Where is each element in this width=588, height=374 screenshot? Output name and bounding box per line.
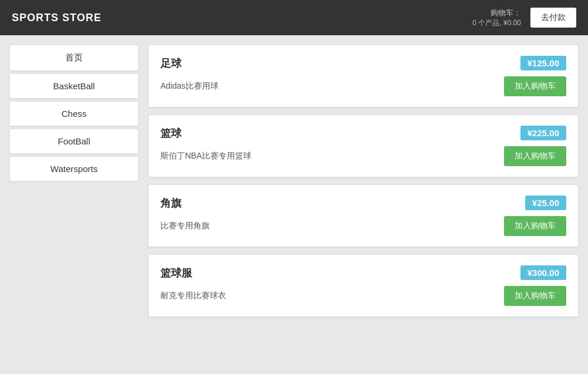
product-desc-row: Adidas比赛用球 加入购物车	[160, 76, 566, 96]
cart-count: 0 个产品, ¥0.00	[472, 18, 521, 28]
product-price: ¥300.00	[520, 265, 566, 280]
header-right: 购物车： 0 个产品, ¥0.00 去付款	[472, 8, 576, 28]
add-to-cart-button[interactable]: 加入购物车	[504, 76, 566, 96]
sidebar-item-watersports[interactable]: Watersports	[9, 156, 139, 181]
product-name: 篮球	[160, 126, 182, 140]
checkout-button[interactable]: 去付款	[530, 8, 576, 28]
product-header-row: 篮球服 ¥300.00	[160, 265, 566, 280]
product-description: 耐克专用比赛球衣	[160, 291, 226, 301]
product-name: 角旗	[160, 196, 182, 210]
product-desc-row: 比赛专用角旗 加入购物车	[160, 216, 566, 236]
product-name: 篮球服	[160, 266, 192, 280]
product-card: 篮球服 ¥300.00 耐克专用比赛球衣 加入购物车	[148, 254, 579, 317]
product-price: ¥225.00	[520, 126, 566, 140]
product-header-row: 足球 ¥125.00	[160, 56, 566, 70]
product-card: 足球 ¥125.00 Adidas比赛用球 加入购物车	[148, 45, 579, 107]
header: SPORTS STORE 购物车： 0 个产品, ¥0.00 去付款	[0, 0, 588, 35]
sidebar: 首页BasketBallChessFootBallWatersports	[9, 45, 139, 365]
app-title: SPORTS STORE	[12, 12, 102, 24]
cart-info: 购物车： 0 个产品, ¥0.00	[472, 8, 521, 28]
product-description: 斯伯丁NBA比赛专用篮球	[160, 151, 251, 161]
product-description: Adidas比赛用球	[160, 81, 219, 92]
main-layout: 首页BasketBallChessFootBallWatersports 足球 …	[0, 35, 588, 374]
product-name: 足球	[160, 56, 182, 70]
product-card: 篮球 ¥225.00 斯伯丁NBA比赛专用篮球 加入购物车	[148, 114, 579, 177]
product-price: ¥25.00	[525, 196, 566, 210]
product-header-row: 角旗 ¥25.00	[160, 196, 566, 210]
sidebar-item-basketball[interactable]: BasketBall	[9, 73, 139, 99]
product-list: 足球 ¥125.00 Adidas比赛用球 加入购物车 篮球 ¥225.00 斯…	[148, 45, 579, 365]
sidebar-item-home[interactable]: 首页	[9, 45, 139, 71]
cart-label: 购物车：	[472, 8, 521, 18]
product-desc-row: 耐克专用比赛球衣 加入购物车	[160, 286, 566, 306]
product-card: 角旗 ¥25.00 比赛专用角旗 加入购物车	[148, 184, 579, 247]
add-to-cart-button[interactable]: 加入购物车	[504, 216, 566, 236]
product-desc-row: 斯伯丁NBA比赛专用篮球 加入购物车	[160, 146, 566, 166]
add-to-cart-button[interactable]: 加入购物车	[504, 146, 566, 166]
product-price: ¥125.00	[520, 56, 566, 70]
sidebar-item-football[interactable]: FootBall	[9, 129, 139, 154]
product-header-row: 篮球 ¥225.00	[160, 126, 566, 140]
add-to-cart-button[interactable]: 加入购物车	[504, 286, 566, 306]
sidebar-item-chess[interactable]: Chess	[9, 101, 139, 126]
product-description: 比赛专用角旗	[160, 221, 210, 231]
